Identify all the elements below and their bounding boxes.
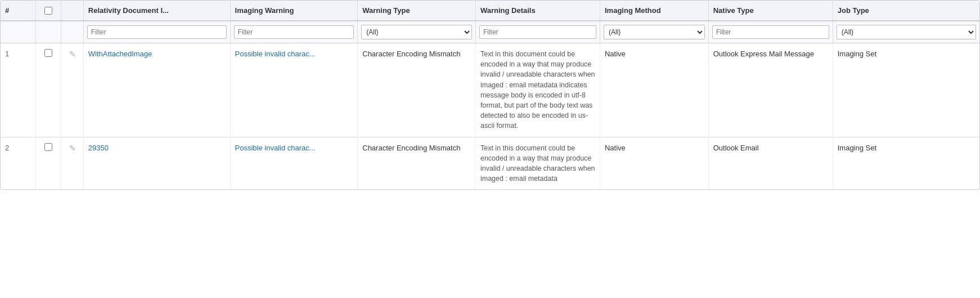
cell-row-checkbox bbox=[35, 43, 61, 137]
filter-warning-details-input[interactable] bbox=[479, 25, 596, 39]
cell-warning-type: Character Encoding Mismatch bbox=[358, 43, 476, 137]
cell-warning-details: Text in this document could be encoded i… bbox=[475, 43, 600, 137]
cell-job-type: Imaging Set bbox=[833, 137, 979, 189]
edit-icon[interactable]: ✎ bbox=[69, 50, 76, 59]
cell-row-edit: ✎ bbox=[61, 137, 84, 189]
table-row: 2✎29350Possible invalid charac...Charact… bbox=[1, 137, 979, 189]
col-header-imaging-method: Imaging Method bbox=[600, 1, 708, 21]
cell-row-num: 1 bbox=[1, 43, 35, 137]
filter-check-cell bbox=[35, 21, 61, 43]
cell-imaging-warning: Possible invalid charac... bbox=[230, 137, 358, 189]
cell-doc-id: WithAttachedImage bbox=[83, 43, 230, 137]
cell-row-num: 2 bbox=[1, 137, 35, 189]
filter-wtype-cell: (All) Character Encoding Mismatch bbox=[358, 21, 476, 43]
cell-job-type: Imaging Set bbox=[833, 43, 979, 137]
col-header-edit bbox=[61, 1, 84, 21]
doc-id-link[interactable]: WithAttachedImage bbox=[88, 50, 152, 58]
cell-imaging-method: Native bbox=[600, 137, 708, 189]
filter-warning-type-select[interactable]: (All) Character Encoding Mismatch bbox=[361, 25, 472, 39]
select-all-checkbox[interactable] bbox=[44, 7, 52, 15]
filter-native-type-input[interactable] bbox=[712, 25, 829, 39]
filter-jtype-cell: (All) Imaging Set Mass Imaging bbox=[833, 21, 979, 43]
filter-num-cell bbox=[1, 21, 35, 43]
filter-doc-cell bbox=[83, 21, 230, 43]
filter-ntype-cell bbox=[708, 21, 833, 43]
table-row: 1✎WithAttachedImagePossible invalid char… bbox=[1, 43, 979, 137]
edit-icon[interactable]: ✎ bbox=[69, 144, 76, 153]
table-body: 1✎WithAttachedImagePossible invalid char… bbox=[1, 43, 979, 190]
imaging-warning-link[interactable]: Possible invalid charac... bbox=[235, 144, 316, 152]
cell-warning-details: Text in this document could be encoded i… bbox=[475, 137, 600, 189]
data-table: # Relativity Document I... Imaging Warni… bbox=[0, 0, 980, 190]
warning-detail-text: Text in this document could be encoded i… bbox=[480, 50, 595, 130]
row-select-checkbox[interactable] bbox=[44, 143, 52, 151]
table-header-row: # Relativity Document I... Imaging Warni… bbox=[1, 1, 979, 21]
filter-job-type-select[interactable]: (All) Imaging Set Mass Imaging bbox=[837, 25, 976, 39]
col-header-native-type: Native Type bbox=[708, 1, 833, 21]
col-header-warning-type: Warning Type bbox=[358, 1, 476, 21]
row-select-checkbox[interactable] bbox=[44, 49, 52, 57]
col-header-doc: Relativity Document I... bbox=[83, 1, 230, 21]
imaging-warning-link[interactable]: Possible invalid charac... bbox=[235, 50, 316, 58]
col-header-checkbox bbox=[35, 1, 61, 21]
cell-native-type: Outlook Email bbox=[708, 137, 833, 189]
col-header-warning-details: Warning Details bbox=[475, 1, 600, 21]
col-header-job-type: Job Type bbox=[833, 1, 979, 21]
doc-id-link[interactable]: 29350 bbox=[88, 144, 109, 152]
col-header-num: # bbox=[1, 1, 35, 21]
cell-doc-id: 29350 bbox=[83, 137, 230, 189]
cell-imaging-warning: Possible invalid charac... bbox=[230, 43, 358, 137]
cell-imaging-method: Native bbox=[600, 43, 708, 137]
cell-native-type: Outlook Express Mail Message bbox=[708, 43, 833, 137]
filter-imaging-warning-input[interactable] bbox=[234, 25, 354, 39]
filter-imaging-method-select[interactable]: (All) Native Imaging bbox=[604, 25, 705, 39]
filter-wdet-cell bbox=[475, 21, 600, 43]
filter-doc-input[interactable] bbox=[87, 25, 227, 39]
filter-warn-cell bbox=[230, 21, 358, 43]
filter-imethod-cell: (All) Native Imaging bbox=[600, 21, 708, 43]
col-header-imaging-warning: Imaging Warning bbox=[230, 1, 358, 21]
table-filter-row: (All) Character Encoding Mismatch (All) … bbox=[1, 21, 979, 43]
cell-row-checkbox bbox=[35, 137, 61, 189]
cell-row-edit: ✎ bbox=[61, 43, 84, 137]
warning-detail-text: Text in this document could be encoded i… bbox=[480, 144, 595, 183]
cell-warning-type: Character Encoding Mismatch bbox=[358, 137, 476, 189]
filter-edit-cell bbox=[61, 21, 84, 43]
